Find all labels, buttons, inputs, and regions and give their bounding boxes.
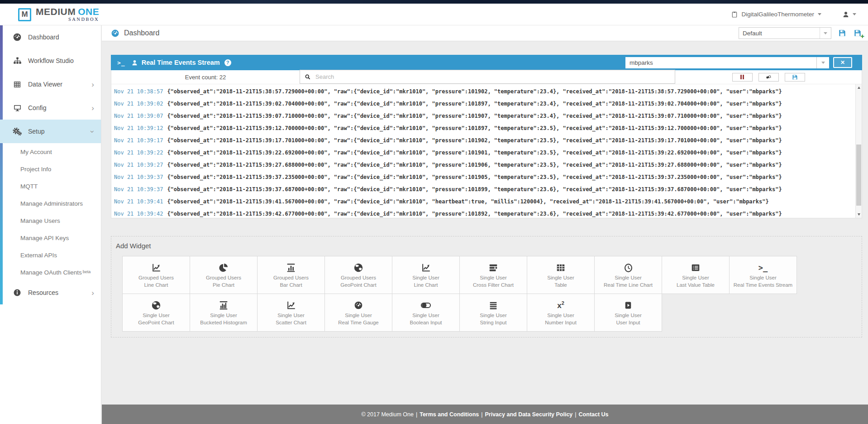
widget-tile-grouped-users-bar-chart[interactable]: Grouped Users Bar Chart — [257, 256, 325, 294]
event-timestamp: Nov 21 10:38:57 — [114, 88, 163, 95]
save-as-new-dashboard-button[interactable]: + — [853, 29, 862, 38]
save-dashboard-button[interactable] — [838, 29, 847, 38]
sidebar-subitem-manage-administrators[interactable]: Manage Administrators — [0, 195, 101, 212]
chevron-down-icon: › — [89, 130, 97, 133]
pause-icon — [740, 75, 744, 79]
sidebar-item-config[interactable]: Config › — [0, 96, 101, 120]
sidebar-subitem-project-info[interactable]: Project Info — [0, 160, 101, 178]
event-timestamp: Nov 21 10:39:42 — [114, 211, 163, 217]
medium-one-logo[interactable]: M MEDIUMONE SANDBOX — [18, 7, 99, 22]
user-filter-combobox — [625, 57, 829, 68]
beta-badge: beta — [83, 270, 91, 274]
event-json: {"observed_at":"2018-11-21T15:39:37.2350… — [167, 174, 782, 180]
event-log-row: Nov 21 10:39:17{"observed_at":"2018-11-2… — [114, 135, 862, 147]
sidebar-subitem-manage-api-keys[interactable]: Manage API Keys — [0, 229, 101, 246]
event-json: {"observed_at":"2018-11-21T15:39:07.7100… — [167, 113, 782, 119]
event-json: {"observed_at":"2018-11-21T15:39:22.6920… — [167, 149, 782, 156]
event-log-row: Nov 21 10:38:57{"observed_at":"2018-11-2… — [114, 86, 862, 98]
sidebar-subitem-manage-users[interactable]: Manage Users — [0, 212, 101, 229]
event-json: {"observed_at":"2018-11-21T15:39:02.7040… — [167, 101, 782, 107]
chevron-down-icon[interactable] — [816, 57, 829, 68]
log-scrollbar[interactable] — [855, 84, 862, 218]
sidebar-subitem-external-apis[interactable]: External APIs — [0, 246, 101, 264]
sidebar-item-data-viewer[interactable]: Data Viewer › — [0, 72, 101, 96]
terminal-icon: >_ — [117, 59, 125, 66]
table-icon — [12, 81, 23, 88]
realtime-events-panel: >_ Real Time Events Stream ? ✕ Event cou… — [111, 55, 862, 218]
widget-tile-single-user-real-time-gauge[interactable]: Single User Real Time Gauge — [324, 294, 392, 332]
widget-tile-single-user-number-input[interactable]: x2 Single User Number Input — [527, 294, 595, 332]
widget-tile-single-user-line-chart[interactable]: Single User Line Chart — [392, 256, 460, 294]
sidebar-subitem-mqtt[interactable]: MQTT — [0, 178, 101, 195]
sidebar-item-workflow-studio[interactable]: Workflow Studio — [0, 49, 101, 72]
panel-header: >_ Real Time Events Stream ? ✕ — [111, 55, 862, 70]
table-grid-icon — [556, 261, 566, 274]
user-menu[interactable] — [842, 11, 856, 18]
copyright-text: © 2017 Medium One — [361, 411, 414, 418]
sidebar-subitem-manage-oauth-clients[interactable]: Manage OAuth Clientsbeta — [0, 264, 101, 281]
event-log-row: Nov 21 10:39:37{"observed_at":"2018-11-2… — [114, 171, 862, 183]
sidebar-item-resources[interactable]: Resources › — [0, 281, 101, 304]
sidebar-item-setup[interactable]: Setup › — [0, 120, 101, 143]
footer-link-contact-us[interactable]: Contact Us — [579, 411, 609, 418]
dashboard-select[interactable]: Default — [739, 27, 831, 39]
search-input[interactable] — [315, 73, 642, 81]
dashboard-select-value: Default — [739, 30, 820, 37]
event-timestamp: Nov 21 10:39:27 — [114, 162, 163, 168]
widget-tile-single-user-table[interactable]: Single User Table — [527, 256, 595, 294]
footer-link-privacy-and-data-security-policy[interactable]: Privacy and Data Security Policy — [485, 411, 572, 418]
event-json: {"observed_at":"2018-11-21T15:39:42.6770… — [167, 211, 782, 217]
event-timestamp: Nov 21 10:39:07 — [114, 113, 163, 119]
widget-tile-single-user-boolean-input[interactable]: Single User Boolean Input — [392, 294, 460, 332]
widget-tile-single-user-bucketed-histogram[interactable]: Single User Bucketed Histogram — [190, 294, 258, 332]
close-panel-button[interactable]: ✕ — [833, 57, 852, 68]
event-json: {"observed_at":"2018-11-21T15:39:37.6870… — [167, 186, 782, 193]
eraser-icon — [765, 74, 772, 80]
widget-tile-grouped-users-geopoint-chart[interactable]: Grouped Users GeoPoint Chart — [324, 256, 392, 294]
event-log-row: Nov 21 10:39:02{"observed_at":"2018-11-2… — [114, 98, 862, 110]
widget-tile-single-user-geopoint-chart[interactable]: Single User GeoPoint Chart — [122, 294, 190, 332]
sidebar: Dashboard Workflow Studio Data Viewer › … — [0, 25, 101, 424]
widget-tile-single-user-user-input[interactable]: Single User User Input — [594, 294, 662, 332]
user-filter-input[interactable] — [625, 57, 816, 68]
footer: © 2017 Medium One|Terms and Conditions|P… — [102, 405, 868, 424]
widget-tile-single-user-cross-filter-chart[interactable]: Single User Cross Filter Chart — [459, 256, 527, 294]
gears-icon — [12, 127, 23, 136]
footer-link-terms-and-conditions[interactable]: Terms and Conditions — [420, 411, 479, 418]
help-icon[interactable]: ? — [224, 59, 231, 66]
sidebar-item-dashboard[interactable]: Dashboard — [0, 25, 101, 49]
widget-tile-single-user-real-time-events-stream[interactable]: >_ Single User Real Time Events Stream — [729, 256, 797, 294]
widget-tile-single-user-last-value-table[interactable]: Single User Last Value Table — [662, 256, 730, 294]
save-log-button[interactable] — [785, 73, 805, 82]
x2-icon: x2 — [557, 299, 564, 312]
pause-button[interactable] — [732, 73, 753, 82]
event-timestamp: Nov 21 10:39:22 — [114, 149, 163, 156]
brand-one: ONE — [78, 6, 99, 17]
widget-tile-single-user-scatter-chart[interactable]: Single User Scatter Chart — [257, 294, 325, 332]
event-timestamp: Nov 21 10:39:02 — [114, 101, 163, 107]
sidebar-subitem-my-account[interactable]: My Account — [0, 143, 101, 160]
widget-tile-single-user-string-input[interactable]: Single User String Input — [459, 294, 527, 332]
widget-tile-single-user-real-time-line-chart[interactable]: Single User Real Time Line Chart — [594, 256, 662, 294]
scrollbar-thumb[interactable] — [856, 145, 861, 206]
project-selector[interactable]: DigitalGalileoThermometer — [731, 10, 821, 19]
event-json: {"observed_at":"2018-11-21T15:39:41.5670… — [167, 198, 768, 205]
chevron-down-icon — [820, 28, 831, 39]
info-icon — [12, 289, 23, 297]
clock-icon — [624, 261, 633, 274]
event-timestamp: Nov 21 10:39:41 — [114, 198, 163, 205]
toggle-icon — [420, 299, 432, 312]
widget-tile-grouped-users-line-chart[interactable]: Grouped Users Line Chart — [122, 256, 190, 294]
widget-tile-grouped-users-pie-chart[interactable]: Grouped Users Pie Chart — [190, 256, 258, 294]
scroll-up-icon[interactable] — [856, 85, 862, 91]
searchbox — [300, 70, 675, 84]
chevron-right-icon: › — [91, 81, 94, 88]
add-widget-title: Add Widget — [116, 242, 862, 250]
event-timestamp: Nov 21 10:39:37 — [114, 186, 163, 193]
search-icon — [305, 74, 311, 80]
scroll-down-icon[interactable] — [856, 212, 862, 217]
logo-m-icon: M — [18, 8, 31, 21]
chevron-down-icon — [853, 13, 856, 15]
clear-button[interactable] — [758, 73, 779, 82]
user-icon — [842, 11, 849, 18]
